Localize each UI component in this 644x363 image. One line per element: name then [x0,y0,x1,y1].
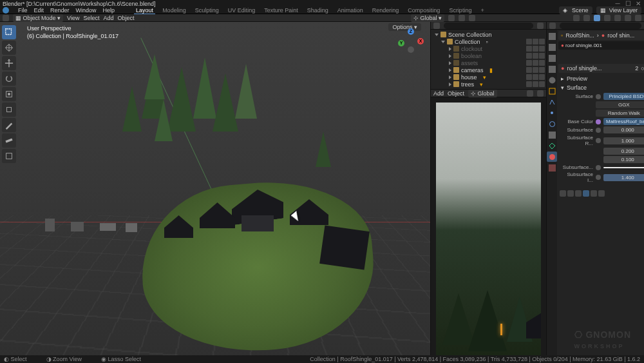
tab-animation[interactable]: Animation [336,7,365,14]
exclude-toggle[interactable] [526,39,532,44]
material-datablock[interactable]: ● roof shingle... 2 ○ ✕ [558,64,644,73]
3d-viewport[interactable]: User Perspective (6) Collection | RoofSh… [0,22,430,363]
socket-dot-icon[interactable] [596,128,601,133]
nav-zoom-icon[interactable] [413,57,424,68]
tab-physics-properties[interactable] [547,119,557,129]
maximize-button[interactable]: ☐ [625,1,631,7]
menu-file[interactable]: File [18,7,28,14]
visibility-toggle[interactable] [533,53,538,59]
overlay-icon[interactable] [567,190,574,197]
tool-transform[interactable] [2,103,16,117]
tab-mesh-properties[interactable] [547,141,557,151]
tool-move[interactable] [2,56,16,70]
overlay-icon[interactable] [598,190,605,197]
snap-icon[interactable] [459,15,465,21]
render-toggle[interactable] [539,39,545,44]
exclude-toggle[interactable] [526,67,532,73]
shading-matprev-icon[interactable] [625,15,631,21]
render-toggle[interactable] [539,67,545,73]
tab-object-properties[interactable] [547,86,557,96]
visibility-toggle[interactable] [533,60,538,66]
collection-color-icon[interactable]: ▫ [486,39,492,44]
outliner-search-input[interactable] [444,23,533,29]
material-new-icon[interactable]: ○ [641,65,644,72]
tab-modifier-properties[interactable] [547,97,557,107]
tool-rotate[interactable] [2,72,16,86]
outliner-filter-icon[interactable] [537,23,544,29]
shading-wireframe-icon[interactable] [604,15,611,21]
tab-constraint-properties[interactable] [547,130,557,140]
outliner-item[interactable]: trees [461,81,474,88]
visibility-toggle[interactable] [533,39,538,44]
tab-texture-properties[interactable] [547,162,557,173]
socket-dot-icon[interactable] [596,138,601,143]
tab-sculpting[interactable]: Sculpting [193,7,221,14]
socket-dot-icon[interactable] [596,94,601,99]
tool-add-cube[interactable] [2,149,16,163]
menu-add-2[interactable]: Add [433,90,444,97]
tab-add[interactable]: + [478,7,486,14]
visibility-toggle[interactable] [533,67,538,73]
gizmo-y-axis[interactable]: Y [398,40,404,46]
tab-uv[interactable]: UV Editing [226,7,258,14]
socket-dot-icon[interactable] [596,119,601,124]
surface-panel-header[interactable]: ▾Surface [558,83,644,92]
gizmo-neg-z[interactable] [408,46,414,53]
subsurface-input[interactable]: 0.000 [603,126,644,133]
menu-object-2[interactable]: Object [448,90,464,97]
render-toggle[interactable] [539,60,545,66]
subsurface-r3-input[interactable]: 0.100 [603,156,644,163]
tab-modeling[interactable]: Modeling [160,7,188,14]
outliner-item[interactable]: boolean [461,53,482,59]
outliner-item[interactable]: cameras [461,67,484,74]
shader-node-button[interactable]: Principled BSDF [603,93,644,100]
visibility-toggle[interactable] [533,74,538,80]
tool-select-box[interactable] [2,25,16,39]
overlay-icon[interactable] [560,190,566,197]
menu-add[interactable]: Add [103,15,113,21]
render-toggle[interactable] [539,53,545,59]
navigation-gizmo[interactable]: X Y Z [398,28,424,54]
tool-cursor[interactable] [2,41,16,55]
exclude-toggle[interactable] [526,60,532,66]
menu-view[interactable]: View [67,15,79,21]
shading-rendered-icon[interactable] [635,15,641,21]
render-toggle[interactable] [539,74,545,80]
tab-material-properties[interactable] [547,152,557,162]
render-preview-viewport[interactable] [436,103,541,358]
orientation-selector[interactable]: ⊹ Global ▾ [411,14,444,22]
overlay-toggle-icon[interactable] [583,15,590,21]
xray-icon[interactable] [594,15,600,21]
outliner-editor-icon[interactable] [433,23,440,29]
pivot-icon[interactable] [448,15,455,21]
gizmo-toggle-icon[interactable] [573,15,580,21]
material-slot-list[interactable]: ● roof shingle.001 [558,41,644,50]
visibility-toggle[interactable] [533,46,538,52]
tab-particle-properties[interactable] [547,108,557,118]
mode-selector[interactable]: ▦ Object Mode ▾ [13,14,63,22]
overlay-icon[interactable] [583,190,589,197]
nav-perspective-icon[interactable] [413,94,424,104]
close-button[interactable]: ✕ [635,1,641,7]
tab-render-properties[interactable] [547,31,557,41]
tab-compositing[interactable]: Compositing [406,7,442,14]
editor-type-icon[interactable] [3,15,9,21]
orientation-2[interactable]: ⊹ Global [468,90,497,97]
render-toggle[interactable] [539,46,545,52]
menu-select[interactable]: Select [83,15,99,21]
gizmo-x-axis[interactable]: X [417,38,424,44]
subsurface-ior-input[interactable]: 1.400 [603,174,644,181]
tab-shading[interactable]: Shading [305,7,330,14]
subsurface-r2-input[interactable]: 0.200 [603,148,644,155]
nav-pan-icon[interactable] [413,70,424,80]
tab-scripting[interactable]: Scripting [447,7,473,14]
distribution-dropdown[interactable]: GGX [596,101,644,108]
viewlayer-selector[interactable]: ▦ View Layer [596,6,641,14]
nav-camera-icon[interactable] [413,82,424,92]
render-toggle[interactable] [539,81,545,87]
outliner-tree[interactable]: Scene Collection Collection▫ clockout bo… [431,30,546,89]
outliner-item[interactable]: Collection [455,39,480,45]
outliner-root[interactable]: Scene Collection [448,32,492,38]
tab-world-properties[interactable] [547,75,557,85]
tab-scene-properties[interactable] [547,64,557,74]
